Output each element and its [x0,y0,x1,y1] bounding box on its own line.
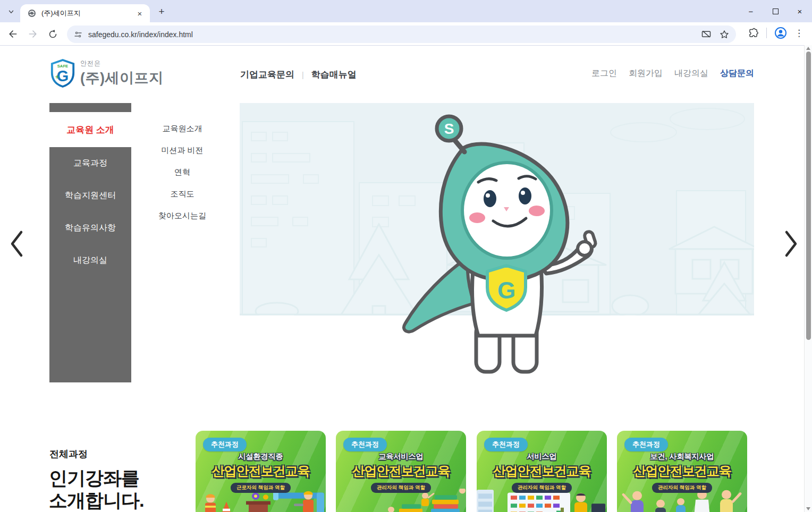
link-login[interactable]: 로그인 [591,68,617,79]
svg-text:+: + [55,73,59,81]
browser-tab[interactable]: (주)세이프지 × [20,4,150,22]
tab-close-button[interactable]: × [135,8,145,18]
course-card-service[interactable]: 추천과정 서비스업 산업안전보건교육 관리자의 책임과 역할 [477,431,607,512]
window-minimize-button[interactable]: − [739,0,763,22]
submenu-about[interactable]: 교육원소개 [137,118,227,140]
submenu-mission-vision[interactable]: 미션과 비전 [137,140,227,161]
screen-share-off-icon[interactable] [701,29,712,40]
url-bar[interactable]: safegedu.co.kr/index/index.html [67,25,736,43]
menu-kebab-icon[interactable]: ⋮ [794,28,803,39]
window-maximize-button[interactable] [763,0,788,22]
scrollbar-up-arrow[interactable] [806,47,810,50]
bookmark-star-icon[interactable] [719,29,730,40]
back-arrow-icon [7,29,18,39]
url-text[interactable]: safegedu.co.kr/index/index.html [88,30,701,39]
main-nav: 기업교육문의 | 학습매뉴얼 [240,69,357,81]
sidebar-item-learning-notes[interactable]: 학습유의사항 [49,212,131,244]
chevron-right-icon [784,230,798,258]
reload-icon [48,29,58,39]
sidebar-item-about-active[interactable]: 교육원 소개 [49,112,131,147]
carousel-next-button[interactable] [782,227,800,260]
card-text: 시설환경직종 산업안전보건교육 근로자의 책임과 역할 [196,452,326,493]
tab-title: (주)세이프지 [41,8,135,18]
svg-text:S: S [444,121,454,137]
user-links: 로그인 회원가입 내강의실 상담문의 [591,68,754,79]
sidebar-menu: 교육과정 학습지원센터 학습유의사항 내강의실 [49,147,131,382]
sidebar-item-support-center[interactable]: 학습지원센터 [49,180,131,212]
card-category: 보건, 사회복지사업 [617,452,747,462]
card-text: 서비스업 산업안전보건교육 관리자의 책임과 역할 [477,452,607,493]
chevron-left-icon [10,230,23,258]
course-card-facility[interactable]: 추천과정 시설환경직종 산업안전보건교육 근로자의 책임과 역할 [196,431,326,512]
link-my-classroom[interactable]: 내강의실 [674,68,708,79]
nav-corporate-inquiry[interactable]: 기업교육문의 [240,69,294,81]
course-card-health-welfare[interactable]: 추천과정 보건, 사회복지사업 산업안전보건교육 관리자의 책임과 역할 [617,431,747,512]
scrollbar-track[interactable] [804,45,812,512]
courses-section-label: 전체과정 [49,448,88,460]
card-text: 보건, 사회복지사업 산업안전보건교육 관리자의 책임과 역할 [617,452,747,493]
link-signup[interactable]: 회원가입 [629,68,663,79]
site-settings-icon[interactable] [73,30,83,39]
card-category: 서비스업 [477,452,607,462]
forward-button[interactable] [27,28,39,40]
logo-company-name: (주)세이프지 [80,69,163,88]
tab-search-button[interactable] [4,5,18,19]
card-title: 산업안전보건교육 [336,463,466,480]
sidebar-submenu: 교육원소개 미션과 비전 연혁 조직도 찾아오시는길 [137,118,227,227]
toolbar-divider [766,28,767,38]
card-category: 교육서비스업 [336,452,466,462]
extensions-icon[interactable] [748,28,759,39]
mascot-illustration: S G [393,106,606,385]
submenu-organization[interactable]: 조직도 [137,183,227,205]
scrollbar-down-arrow[interactable] [806,507,810,510]
link-consultation[interactable]: 상담문의 [720,68,754,79]
svg-text:G: G [497,277,515,303]
browser-window: (주)세이프지 × + − × safegedu. [0,0,812,512]
sidebar-top-strip [49,103,131,112]
card-subtitle: 관리자의 책임과 역할 [512,483,572,493]
logo-shield-icon: SAFE G + [49,58,76,88]
back-button[interactable] [6,28,19,40]
card-category: 시설환경직종 [196,452,326,462]
browser-tab-strip: (주)세이프지 × + − × [0,0,812,22]
new-tab-button[interactable]: + [155,5,168,18]
window-close-button[interactable]: × [788,0,812,22]
card-title: 산업안전보건교육 [477,463,607,480]
card-badge: 추천과정 [203,438,247,451]
card-text: 교육서비스업 산업안전보건교육 관리자의 책임과 역할 [336,452,466,493]
card-badge: 추천과정 [624,438,668,451]
courses-heading-line1: 인기강좌를 [49,467,144,489]
card-subtitle: 근로자의 책임과 역할 [231,483,291,493]
sidebar-item-my-classroom[interactable]: 내강의실 [49,244,131,277]
card-badge: 추천과정 [343,438,387,451]
window-controls: − × [739,0,812,22]
profile-avatar-icon[interactable] [774,27,787,39]
reload-button[interactable] [46,28,59,40]
site-favicon-icon [28,9,36,18]
nav-learning-manual[interactable]: 학습매뉴얼 [311,69,357,81]
courses-heading-line2: 소개합니다. [49,489,144,511]
submenu-directions[interactable]: 찾아오시는길 [137,205,227,227]
carousel-prev-button[interactable] [7,227,26,260]
card-subtitle: 관리자의 책임과 역할 [371,483,431,493]
forward-arrow-icon [28,29,38,39]
card-subtitle: 관리자의 책임과 역할 [652,483,712,493]
card-badge: 추천과정 [484,438,528,451]
courses-heading: 인기강좌를 소개합니다. [49,467,144,511]
card-title: 산업안전보건교육 [196,463,326,480]
sidebar-item-curriculum[interactable]: 교육과정 [49,147,131,180]
site-logo[interactable]: SAFE G + 안전은 (주)세이프지 [49,58,163,88]
maximize-icon [773,8,779,14]
chevron-down-icon [7,8,15,15]
logo-tagline: 안전은 [80,59,163,68]
toolbar-right-icons: ⋮ [748,27,803,39]
nav-divider: | [302,71,304,79]
card-title: 산업안전보건교육 [617,463,747,480]
scrollbar-thumb[interactable] [806,52,811,340]
course-card-education-service[interactable]: 추천과정 교육서비스업 산업안전보건교육 관리자의 책임과 역할 [336,431,466,512]
submenu-history[interactable]: 연혁 [137,161,227,183]
